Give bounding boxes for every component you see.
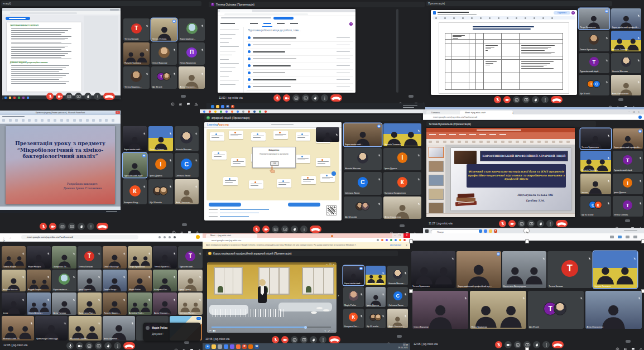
publisher-icon[interactable] xyxy=(248,344,253,349)
participant-tile[interactable]: ККатерина Кон… xyxy=(343,309,364,328)
more-options-button[interactable] xyxy=(546,220,554,227)
ribbon-icon[interactable] xyxy=(73,119,76,122)
activities-icon[interactable] xyxy=(638,223,642,227)
participant-tile[interactable]: Коростишівський професій… xyxy=(611,8,642,29)
camera-button[interactable] xyxy=(281,336,289,343)
ribbon-icon[interactable] xyxy=(66,119,69,122)
participant-tile[interactable]: Ще 34 особи xyxy=(344,196,382,219)
captions-button[interactable] xyxy=(291,336,298,343)
participant-tile[interactable]: Катерина Кон… xyxy=(153,270,177,292)
participant-tile[interactable]: ТТетяна Богачик xyxy=(78,246,102,269)
participant-tile[interactable]: Валентина Виноградова xyxy=(502,251,546,288)
present-screen-button[interactable] xyxy=(95,342,102,349)
participant-tile[interactable]: Марія Рибко xyxy=(343,287,364,306)
participant-tile[interactable]: Олеся Ваканчук xyxy=(103,246,127,269)
microphone-button[interactable] xyxy=(494,96,501,103)
chat-icon[interactable] xyxy=(188,227,191,231)
participant-tile[interactable]: Алла Головко xyxy=(52,293,76,315)
hang-up-button[interactable] xyxy=(551,96,563,103)
toolbar-icon[interactable] xyxy=(480,17,482,19)
ribbon-icon[interactable] xyxy=(450,141,454,143)
participant-tile[interactable]: Ще 33 особи xyxy=(366,309,386,328)
participant-tile[interactable]: ІІрина Дерена xyxy=(613,174,643,194)
thumbnail-pane[interactable] xyxy=(426,145,446,214)
activities-icon[interactable] xyxy=(632,102,636,106)
ribbon-icon[interactable] xyxy=(516,141,519,143)
chrome-icon[interactable] xyxy=(224,344,228,349)
microphone-button[interactable] xyxy=(273,94,281,102)
bookmark-favicon[interactable] xyxy=(237,111,239,113)
video-tools-icons[interactable]: ✎ ⤢ ⋯ xyxy=(324,329,334,332)
exercise-card[interactable] xyxy=(210,132,224,141)
toolbar-icon[interactable] xyxy=(633,236,637,238)
participant-tile[interactable]: ССвітлана Лисюк xyxy=(175,153,199,178)
activities-icon[interactable] xyxy=(194,98,198,102)
video-progress-thumb[interactable] xyxy=(304,326,307,329)
extension-icon[interactable] xyxy=(164,236,166,239)
participant-tile[interactable]: Івнюк xyxy=(2,293,26,315)
participant-tile[interactable]: СКЩе 32 особи xyxy=(580,196,611,217)
exercise-card[interactable] xyxy=(231,158,246,166)
extension-icon[interactable] xyxy=(381,239,383,241)
participant-tile[interactable]: Валентина Пав… xyxy=(78,293,102,315)
participant-tile[interactable]: Петро Кравченко xyxy=(128,246,152,269)
more-options-button[interactable] xyxy=(300,226,307,233)
hang-up-button[interactable] xyxy=(97,223,108,230)
start-button[interactable] xyxy=(425,229,429,233)
more-options-button[interactable] xyxy=(319,336,326,343)
participant-tile[interactable]: Наталія Мостова xyxy=(175,126,199,151)
browser-url-bar[interactable]: meet.google.com/jsg-mktc-via?authuser=0 xyxy=(423,114,644,120)
participant-tile[interactable]: ТЩе 30 осіб xyxy=(151,66,177,89)
ok-button[interactable]: OK xyxy=(270,161,279,166)
exercise-card[interactable] xyxy=(301,176,316,184)
internet-explorer-icon[interactable]: e xyxy=(205,344,210,349)
exercise-card[interactable] xyxy=(296,155,310,163)
browser-url-bar[interactable]: ← → ⟳meet.google.com/jsg-mktc-via?authus… xyxy=(0,233,203,242)
ribbon-icon[interactable] xyxy=(105,119,108,122)
hang-up-button[interactable] xyxy=(123,342,135,349)
people-icon[interactable] xyxy=(406,98,410,102)
participant-tile[interactable]: Олеся Ваканчук xyxy=(412,291,468,329)
participant-tile[interactable]: Тетяна Бушинська xyxy=(411,251,455,288)
toolbar-icon[interactable] xyxy=(453,17,455,19)
participant-tile[interactable]: Наталія Тализина xyxy=(593,251,637,288)
camera-button[interactable] xyxy=(504,341,512,348)
assignment-row[interactable] xyxy=(247,49,353,56)
ribbon-icon[interactable] xyxy=(35,119,37,122)
ribbon-icon[interactable] xyxy=(487,141,490,143)
exercise-card[interactable] xyxy=(316,158,330,166)
nav-arrows[interactable]: ← → ⟳ xyxy=(3,236,16,238)
taskbar-app-icon[interactable] xyxy=(22,97,25,99)
slide-thumbnail[interactable] xyxy=(429,147,444,158)
powerpoint-icon[interactable]: P xyxy=(231,105,234,108)
ribbon-tab-label[interactable] xyxy=(499,134,506,135)
participant-tile[interactable]: Ірина Дерена xyxy=(78,270,102,292)
exercise-card[interactable] xyxy=(251,132,266,141)
camera-button[interactable] xyxy=(283,94,290,102)
ribbon-icon[interactable] xyxy=(545,141,548,143)
hang-up-button[interactable] xyxy=(552,341,564,348)
raise-hand-button[interactable] xyxy=(291,226,298,233)
participant-tile[interactable]: Наталія Шиден… xyxy=(103,293,127,315)
participant-tile[interactable]: Тетяна Осіпова xyxy=(148,126,172,151)
info-icon[interactable] xyxy=(398,98,402,102)
raise-hand-button[interactable] xyxy=(104,342,112,349)
toolbar-icon[interactable] xyxy=(534,17,535,19)
participant-tile[interactable]: Турчанівський ліцей xyxy=(123,153,147,178)
participant-tile[interactable]: ССвітлана Лисюк xyxy=(344,172,382,195)
participant-tile[interactable]: Ще 33 особи xyxy=(148,179,172,204)
participant-tile[interactable]: Алла Опанасе… xyxy=(153,293,177,315)
classroom-nav-tab[interactable] xyxy=(277,23,285,24)
selection-handle[interactable] xyxy=(641,239,644,243)
close-button[interactable]: × xyxy=(403,233,410,238)
ribbon-icon[interactable] xyxy=(99,119,102,122)
window-controls[interactable] xyxy=(110,9,119,11)
hang-up-button[interactable] xyxy=(556,220,568,227)
participant-tile[interactable]: Тетяна Бушинська xyxy=(579,31,609,51)
shared-video-frame[interactable]: ⏮ ❚❚✎ ⤢ ⋯─ ❐ × xyxy=(207,262,337,333)
ribbon-icon[interactable] xyxy=(9,119,12,122)
toolbar-icon[interactable] xyxy=(610,236,614,238)
present-screen-button[interactable] xyxy=(68,223,75,230)
participant-tile[interactable]: ІІрина Дерена xyxy=(148,153,172,178)
participant-tile[interactable]: Кривальчук Олександр xyxy=(35,316,68,341)
